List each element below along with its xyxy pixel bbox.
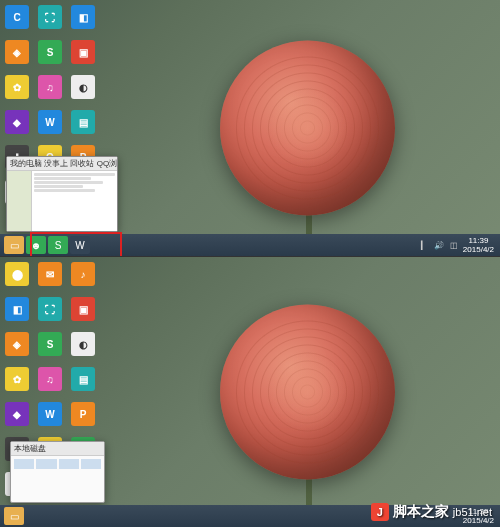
taskbar-folder-icon[interactable]: ▭ — [4, 236, 24, 254]
desktop-icon[interactable]: ▤ — [71, 110, 95, 134]
desktop-icon[interactable]: ◧ — [5, 297, 29, 321]
taskbar-preview-window[interactable]: 我的电脑 没事上 回收站 QQ浏览器 — [6, 156, 118, 232]
desktop-icon[interactable]: P — [71, 402, 95, 426]
desktop-icon[interactable]: ◆ — [5, 110, 29, 134]
desktop-top: C⛶◧◈S▣✿♫◐◆W▤✚QP⬤ 我的电脑 没事上 回收站 QQ浏览器 ▭☻SW… — [0, 0, 500, 256]
desktop-icon[interactable]: ⛶ — [38, 297, 62, 321]
desktop-icon[interactable]: ✿ — [5, 367, 29, 391]
watermark: J 脚本之家 jb51.net — [371, 503, 492, 521]
taskbar-app-s-icon[interactable]: S — [48, 236, 68, 254]
desktop-icon[interactable]: ⛶ — [38, 5, 62, 29]
taskbar-top: ▭☻SW ▎ 🔊 ◫ 11:392015/4/2 — [0, 234, 500, 256]
taskbar-app-w-icon[interactable]: W — [70, 236, 90, 254]
desktop-icon[interactable]: ◈ — [5, 40, 29, 64]
wallpaper-flower — [220, 305, 395, 480]
desktop-icon[interactable]: S — [38, 332, 62, 356]
desktop-icon[interactable]: ⬤ — [5, 262, 29, 286]
clock[interactable]: 11:392015/4/2 — [463, 236, 496, 254]
volume-icon[interactable]: 🔊 — [433, 239, 445, 251]
desktop-icon[interactable]: ◐ — [71, 75, 95, 99]
desktop-icon[interactable]: ◈ — [5, 332, 29, 356]
desktop-icon[interactable]: ♫ — [38, 367, 62, 391]
desktop-icon[interactable]: ✉ — [38, 262, 62, 286]
preview-body — [7, 171, 117, 231]
desktop-icon[interactable]: W — [38, 110, 62, 134]
wallpaper-flower — [220, 41, 395, 216]
watermark-logo-icon: J — [371, 503, 389, 521]
desktop-icon[interactable]: S — [38, 40, 62, 64]
desktop-icon[interactable]: ▤ — [71, 367, 95, 391]
desktop-bottom: ⬤✉♪◧⛶▣◈S◐✿♫▤◆WP✚Q◈⬤ 本地磁盘 ▭ 11:392015/4/2 — [0, 257, 500, 527]
preview-title: 我的电脑 没事上 回收站 QQ浏览器 — [7, 157, 117, 171]
desktop-icon[interactable]: ✿ — [5, 75, 29, 99]
desktop-icon[interactable]: ◐ — [71, 332, 95, 356]
taskbar-folder-icon[interactable]: ▭ — [4, 507, 24, 525]
taskbar-preview-window[interactable]: 本地磁盘 — [10, 441, 105, 503]
desktop-icon[interactable]: ▣ — [71, 297, 95, 321]
desktop-icon[interactable]: ▣ — [71, 40, 95, 64]
taskbar-app-green-icon[interactable]: ☻ — [26, 236, 46, 254]
desktop-icon[interactable]: ◆ — [5, 402, 29, 426]
desktop-icon[interactable]: ◧ — [71, 5, 95, 29]
network-icon[interactable]: ◫ — [448, 239, 460, 251]
desktop-icon[interactable]: W — [38, 402, 62, 426]
signal-icon[interactable]: ▎ — [418, 239, 430, 251]
system-tray: ▎ 🔊 ◫ 11:392015/4/2 — [418, 236, 496, 254]
desktop-icon[interactable]: ♪ — [71, 262, 95, 286]
desktop-icon[interactable]: C — [5, 5, 29, 29]
desktop-icon[interactable]: ♫ — [38, 75, 62, 99]
preview-title: 本地磁盘 — [11, 442, 104, 456]
